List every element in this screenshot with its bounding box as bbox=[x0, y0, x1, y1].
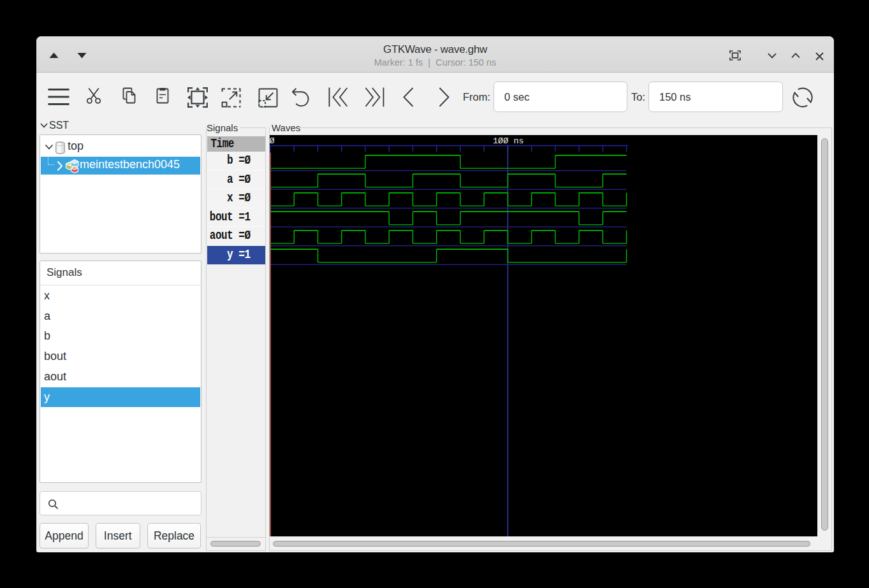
svg-text:1ØØ ns: 1ØØ ns bbox=[493, 136, 524, 146]
svg-text:Ø: Ø bbox=[270, 136, 275, 146]
